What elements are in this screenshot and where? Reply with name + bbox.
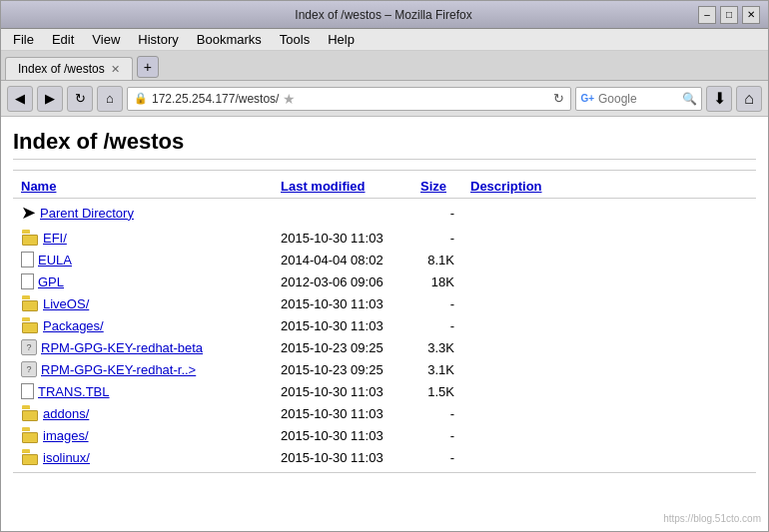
file-modified: 2015-10-30 11:03	[273, 402, 412, 424]
address-input-box[interactable]: 🔒 172.25.254.177/westos/ ★ ↻	[127, 87, 571, 111]
table-row: isolinux/2015-10-30 11:03-	[13, 446, 756, 468]
file-link[interactable]: isolinux/	[43, 450, 90, 465]
download-button[interactable]: ⬇	[706, 86, 732, 112]
file-size: -	[412, 424, 462, 446]
file-link[interactable]: RPM-GPG-KEY-redhat-beta	[41, 340, 203, 355]
file-link[interactable]: Parent Directory	[40, 206, 134, 221]
file-link[interactable]: TRANS.TBL	[38, 384, 110, 399]
file-icon	[21, 383, 34, 399]
file-modified: 2015-10-30 11:03	[273, 292, 412, 314]
refresh-inline-icon[interactable]: ↻	[553, 91, 564, 106]
file-link[interactable]: GPL	[38, 274, 64, 289]
file-modified: 2015-10-23 09:25	[273, 336, 412, 358]
folder-icon	[21, 427, 39, 443]
menu-tools[interactable]: Tools	[272, 30, 318, 49]
maximize-button[interactable]: □	[720, 6, 738, 24]
file-size: -	[412, 446, 462, 468]
address-bar: ◀ ▶ ↻ ⌂ 🔒 172.25.254.177/westos/ ★ ↻ G+ …	[1, 81, 768, 117]
table-row: images/2015-10-30 11:03-	[13, 424, 756, 446]
file-modified: 2015-10-30 11:03	[273, 446, 412, 468]
file-description	[462, 336, 756, 358]
file-description	[462, 424, 756, 446]
file-size: 1.5K	[412, 380, 462, 402]
file-description	[462, 199, 756, 228]
folder-icon	[21, 405, 39, 421]
col-header-description[interactable]: Description	[470, 179, 542, 194]
file-size: -	[412, 227, 462, 249]
file-description	[462, 292, 756, 314]
active-tab[interactable]: Index of /westos ✕	[5, 57, 133, 80]
folder-icon	[21, 317, 39, 333]
menu-bar: File Edit View History Bookmarks Tools H…	[1, 29, 768, 51]
table-row: ➤Parent Directory-	[13, 199, 756, 228]
file-description	[462, 402, 756, 424]
key-icon: ?	[21, 361, 37, 377]
col-header-name[interactable]: Name	[21, 179, 56, 194]
close-button[interactable]: ✕	[742, 6, 760, 24]
file-size: -	[412, 314, 462, 336]
file-modified: 2012-03-06 09:06	[273, 270, 412, 292]
file-size: -	[412, 292, 462, 314]
tab-close-icon[interactable]: ✕	[111, 63, 120, 76]
file-size: 3.1K	[412, 358, 462, 380]
back-icon: ➤	[21, 202, 36, 224]
url-text: 172.25.254.177/westos/	[152, 92, 279, 106]
file-description	[462, 380, 756, 402]
col-header-size[interactable]: Size	[420, 179, 446, 194]
file-link[interactable]: addons/	[43, 406, 89, 421]
file-modified: 2015-10-30 11:03	[273, 380, 412, 402]
menu-bookmarks[interactable]: Bookmarks	[189, 30, 270, 49]
window-title: Index of /westos – Mozilla Firefox	[69, 8, 698, 22]
menu-help[interactable]: Help	[320, 30, 363, 49]
file-modified: 2015-10-30 11:03	[273, 227, 412, 249]
file-table: Name Last modified Size Description ➤Par…	[13, 175, 756, 468]
file-modified	[273, 199, 412, 228]
file-size: 18K	[412, 270, 462, 292]
home-icon-button[interactable]: ⌂	[736, 86, 762, 112]
table-row: Packages/2015-10-30 11:03-	[13, 314, 756, 336]
search-input[interactable]	[598, 92, 678, 106]
file-description	[462, 270, 756, 292]
window-controls: – □ ✕	[698, 6, 760, 24]
bookmark-star-icon[interactable]: ★	[283, 91, 296, 107]
table-row: TRANS.TBL2015-10-30 11:031.5K	[13, 380, 756, 402]
page-content: Index of /westos Name Last modified Size…	[1, 117, 768, 531]
file-link[interactable]: RPM-GPG-KEY-redhat-r..>	[41, 362, 196, 377]
file-description	[462, 249, 756, 270]
file-link[interactable]: LiveOS/	[43, 296, 89, 311]
back-button[interactable]: ◀	[7, 86, 33, 112]
forward-button[interactable]: ▶	[37, 86, 63, 112]
minimize-button[interactable]: –	[698, 6, 716, 24]
file-link[interactable]: EFI/	[43, 231, 67, 246]
refresh-button[interactable]: ↻	[67, 86, 93, 112]
table-row: ?RPM-GPG-KEY-redhat-beta2015-10-23 09:25…	[13, 336, 756, 358]
file-modified: 2015-10-30 11:03	[273, 424, 412, 446]
search-icon[interactable]: 🔍	[682, 92, 697, 106]
file-icon	[21, 273, 34, 289]
file-modified: 2015-10-23 09:25	[273, 358, 412, 380]
col-header-modified[interactable]: Last modified	[281, 179, 366, 194]
key-icon: ?	[21, 339, 37, 355]
menu-history[interactable]: History	[130, 30, 186, 49]
file-size: 8.1K	[412, 249, 462, 270]
tab-label: Index of /westos	[18, 62, 105, 76]
file-link[interactable]: images/	[43, 428, 89, 443]
menu-edit[interactable]: Edit	[44, 30, 82, 49]
title-bar: Index of /westos – Mozilla Firefox – □ ✕	[1, 1, 768, 29]
home-button[interactable]: ⌂	[97, 86, 123, 112]
table-row: LiveOS/2015-10-30 11:03-	[13, 292, 756, 314]
file-description	[462, 446, 756, 468]
search-box[interactable]: G+ 🔍	[575, 87, 702, 111]
menu-view[interactable]: View	[84, 30, 128, 49]
table-row: addons/2015-10-30 11:03-	[13, 402, 756, 424]
folder-icon	[21, 449, 39, 465]
file-description	[462, 227, 756, 249]
new-tab-button[interactable]: +	[137, 56, 159, 78]
menu-file[interactable]: File	[5, 30, 42, 49]
table-row: ?RPM-GPG-KEY-redhat-r..>2015-10-23 09:25…	[13, 358, 756, 380]
file-link[interactable]: Packages/	[43, 318, 104, 333]
file-link[interactable]: EULA	[38, 253, 72, 267]
file-size: 3.3K	[412, 336, 462, 358]
folder-icon	[21, 230, 39, 246]
tab-bar: Index of /westos ✕ +	[1, 51, 768, 81]
